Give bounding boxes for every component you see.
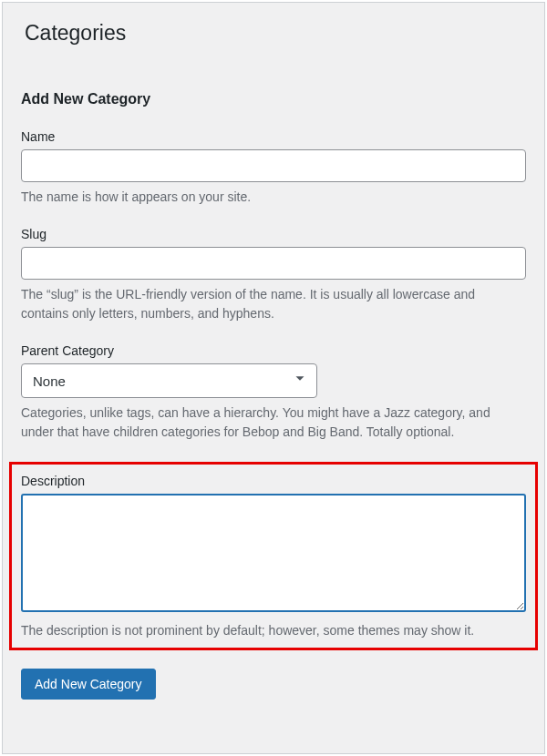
name-input[interactable]	[21, 149, 526, 182]
description-highlight: Description The description is not promi…	[9, 462, 538, 650]
slug-label: Slug	[21, 227, 526, 241]
slug-help: The “slug” is the URL-friendly version o…	[21, 285, 526, 323]
description-help: The description is not prominent by defa…	[21, 621, 526, 640]
name-help: The name is how it appears on your site.	[21, 188, 526, 207]
parent-label: Parent Category	[21, 343, 526, 358]
parent-help: Categories, unlike tags, can have a hier…	[21, 404, 526, 442]
slug-field-group: Slug The “slug” is the URL-friendly vers…	[21, 227, 526, 323]
description-label: Description	[21, 474, 526, 488]
description-textarea[interactable]	[21, 494, 526, 612]
add-category-button[interactable]: Add New Category	[21, 669, 156, 700]
form-heading: Add New Category	[21, 91, 526, 107]
page-title: Categories	[21, 21, 526, 46]
parent-select-wrap: None	[21, 363, 317, 398]
parent-field-group: Parent Category None Categories, unlike …	[21, 343, 526, 442]
name-label: Name	[21, 129, 526, 144]
categories-panel: Categories Add New Category Name The nam…	[2, 2, 545, 754]
description-field-group: Description The description is not promi…	[21, 474, 526, 640]
slug-input[interactable]	[21, 247, 526, 280]
parent-select[interactable]: None	[21, 363, 317, 398]
name-field-group: Name The name is how it appears on your …	[21, 129, 526, 207]
